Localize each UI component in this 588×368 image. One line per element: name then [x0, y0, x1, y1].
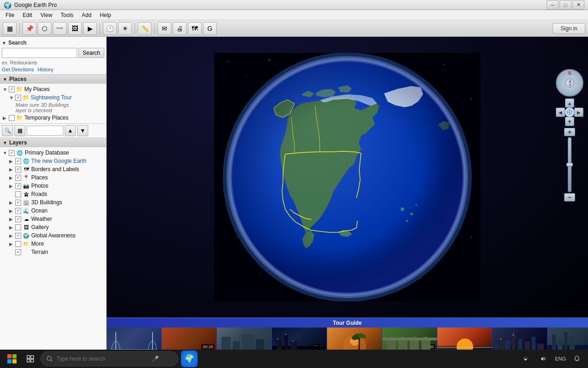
start-button[interactable] — [4, 351, 20, 367]
history-link[interactable]: History — [38, 67, 53, 72]
ocean-layer-item[interactable]: ▶ 🌊 Ocean — [8, 207, 104, 215]
roads-layer-item[interactable]: ▶ 🛣 Roads — [8, 190, 104, 198]
menu-tools[interactable]: Tools — [57, 11, 77, 19]
sightseeing-expand[interactable]: ▼ — [9, 95, 14, 100]
global-awareness-item[interactable]: ▶ 🌍 Global Awareness — [8, 231, 104, 240]
historical-imagery-button[interactable]: 🕐 — [103, 22, 117, 35]
ocean-expand[interactable]: ▶ — [9, 208, 14, 213]
pan-right-button[interactable]: ▶ — [574, 108, 583, 117]
global-awareness-checkbox[interactable] — [15, 233, 21, 239]
search-section-header[interactable]: ▼ Search — [2, 39, 104, 48]
3d-buildings-checkbox[interactable] — [15, 200, 21, 206]
taskbar-search-input[interactable] — [57, 356, 148, 362]
sightseeing-tour-item[interactable]: ▼ 📁 Sightseeing Tour — [8, 93, 104, 102]
3d-buildings-expand[interactable]: ▶ — [9, 200, 14, 205]
add-placemark-button[interactable]: 📌 — [23, 22, 36, 35]
search-input[interactable] — [2, 48, 77, 58]
search-button[interactable]: Search — [79, 48, 104, 58]
my-places-expand[interactable]: ▼ — [3, 87, 7, 92]
global-awareness-expand[interactable]: ▶ — [9, 233, 14, 238]
more-expand[interactable]: ▶ — [9, 242, 14, 247]
my-places-item[interactable]: ▼ 📁 My Places — [2, 85, 104, 93]
email-button[interactable]: ✉ — [158, 22, 171, 35]
sidebar-toggle-button[interactable]: ▦ — [3, 22, 17, 35]
places-layer-checkbox[interactable] — [15, 175, 21, 181]
pan-left-button[interactable]: ◀ — [556, 108, 565, 117]
add-path-button[interactable]: 〰 — [53, 22, 67, 35]
zoom-out-button[interactable]: − — [564, 193, 575, 201]
nge-checkbox[interactable] — [15, 158, 21, 164]
pan-center-button[interactable] — [565, 107, 575, 117]
get-directions-link[interactable]: Get Directions — [2, 67, 34, 72]
search-places-button[interactable]: 🔍 — [2, 125, 13, 136]
places-layer-item[interactable]: ▶ 📍 Places — [8, 173, 104, 182]
layers-section-header[interactable]: ▼ Layers — [0, 138, 106, 147]
add-image-overlay-button[interactable]: 🖼 — [68, 22, 82, 35]
nge-expand[interactable]: ▶ — [9, 159, 14, 164]
taskbar-volume-icon[interactable] — [537, 351, 551, 366]
more-layer-item[interactable]: ▶ 📁 More — [8, 240, 104, 248]
microphone-icon[interactable]: 🎤 — [152, 356, 159, 362]
zoom-slider-track[interactable] — [568, 137, 571, 192]
print-button[interactable]: 🖨 — [173, 22, 187, 35]
places-down-button[interactable]: ▼ — [77, 125, 88, 136]
menu-add[interactable]: Add — [78, 11, 95, 19]
taskbar-ge-app[interactable]: 🌍 — [181, 351, 198, 367]
weather-layer-item[interactable]: ▶ ☁ Weather — [8, 215, 104, 223]
maximize-button[interactable]: □ — [560, 0, 571, 10]
taskbar-search[interactable]: 🎤 — [40, 351, 178, 366]
gallery-layer-item[interactable]: ▶ 🖼 Gallery — [8, 223, 104, 231]
menu-edit[interactable]: Edit — [19, 11, 36, 19]
places-search-input[interactable] — [27, 126, 63, 136]
view-maps-button[interactable]: 🗺 — [188, 22, 202, 35]
google-maps-button[interactable]: G — [203, 22, 217, 35]
terrain-layer-item[interactable]: ▶ Terrain — [8, 248, 104, 256]
weather-checkbox[interactable] — [15, 216, 21, 222]
ruler-button[interactable]: 📏 — [138, 22, 152, 35]
zoom-slider-thumb[interactable] — [566, 163, 573, 167]
places-layer-expand[interactable]: ▶ — [9, 175, 14, 180]
borders-checkbox[interactable] — [15, 167, 21, 172]
taskbar-network-icon[interactable] — [518, 351, 533, 366]
places-section-header[interactable]: ▼ Places — [0, 75, 106, 84]
toggle-view-button[interactable]: ▦ — [14, 125, 25, 136]
temp-places-expand[interactable]: ▶ — [3, 115, 7, 121]
gallery-expand[interactable]: ▶ — [9, 225, 14, 230]
weather-expand[interactable]: ▶ — [9, 217, 14, 222]
menu-help[interactable]: Help — [96, 11, 115, 19]
record-tour-button[interactable]: ▶ — [83, 22, 97, 35]
ocean-checkbox[interactable] — [15, 208, 21, 214]
task-view-button[interactable] — [23, 351, 38, 366]
temporary-places-item[interactable]: ▶ 📁 Temporary Places — [2, 114, 104, 122]
borders-expand[interactable]: ▶ — [9, 167, 14, 172]
gallery-checkbox[interactable] — [15, 224, 21, 230]
menu-view[interactable]: View — [37, 11, 56, 19]
my-places-checkbox[interactable] — [9, 86, 15, 92]
more-checkbox[interactable] — [15, 241, 21, 247]
photos-checkbox[interactable] — [15, 183, 21, 189]
zoom-in-button[interactable]: + — [564, 128, 575, 136]
sign-in-button[interactable]: Sign in — [553, 23, 585, 34]
menu-file[interactable]: File — [2, 11, 18, 19]
close-button[interactable]: ✕ — [572, 0, 584, 10]
pan-down-button[interactable]: ▼ — [565, 117, 574, 126]
sightseeing-checkbox[interactable] — [15, 95, 21, 101]
temp-places-checkbox[interactable] — [9, 115, 15, 121]
minimize-button[interactable]: ─ — [547, 0, 559, 10]
map-area[interactable]: N ▲ ▼ ◀ ▶ — [107, 37, 588, 368]
photos-layer-item[interactable]: ▶ 📷 Photos — [8, 182, 104, 190]
primary-database-item[interactable]: ▼ 🌐 Primary Database — [2, 149, 104, 157]
primary-db-expand[interactable]: ▼ — [3, 150, 7, 155]
places-up-button[interactable]: ▲ — [65, 125, 76, 136]
new-google-earth-item[interactable]: ▶ 🌐 The new Google Earth — [8, 157, 104, 165]
pan-up-button[interactable]: ▲ — [565, 98, 574, 108]
roads-checkbox[interactable] — [15, 191, 21, 197]
earth-globe[interactable] — [107, 37, 588, 317]
terrain-checkbox[interactable] — [15, 249, 21, 255]
primary-db-checkbox[interactable] — [9, 150, 15, 156]
sun-button[interactable]: ☀ — [118, 22, 132, 35]
borders-labels-item[interactable]: ▶ 🗺 Borders and Labels — [8, 165, 104, 173]
photos-expand[interactable]: ▶ — [9, 184, 14, 189]
taskbar-notifications[interactable] — [570, 351, 584, 366]
3d-buildings-item[interactable]: ▶ 🏢 3D Buildings — [8, 198, 104, 207]
